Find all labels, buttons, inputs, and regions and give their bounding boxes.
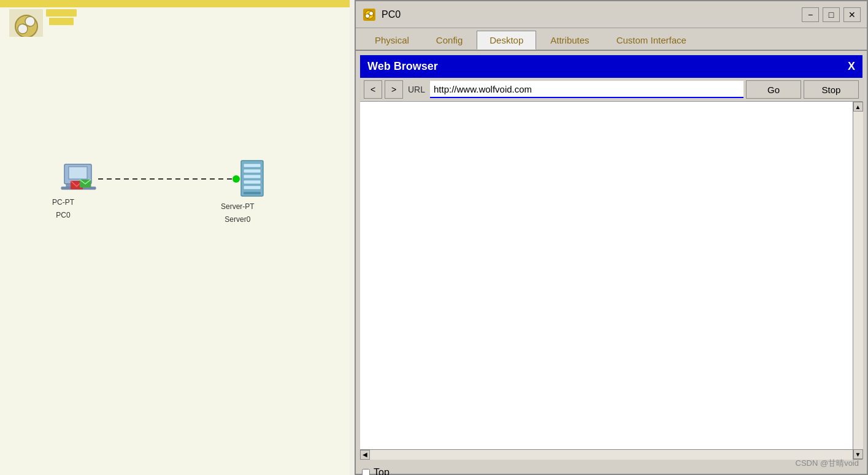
svg-rect-20 — [244, 186, 261, 189]
browser-main: ▲ ▼ — [360, 102, 862, 449]
close-button[interactable]: ✕ — [843, 7, 861, 22]
svg-rect-10 — [69, 167, 87, 179]
checkbox-area: Top — [362, 467, 390, 475]
topology-svg — [0, 0, 350, 463]
maximize-button[interactable]: □ — [823, 7, 840, 22]
url-label: URL — [408, 85, 425, 94]
svg-rect-19 — [244, 180, 261, 184]
tab-physical[interactable]: Physical — [362, 31, 422, 50]
dialog-content: Web Browser X < > URL Go Stop ▲ ▼ — [359, 55, 863, 460]
pc0-title-icon — [362, 7, 377, 22]
back-button[interactable]: < — [364, 80, 382, 99]
horizontal-scrollbar[interactable]: ◀ ▶ — [360, 449, 862, 459]
url-bar: < > URL Go Stop — [360, 78, 862, 102]
pc0-dialog: PC0 − □ ✕ Physical Config Desktop Attrib… — [355, 0, 868, 475]
tab-desktop[interactable]: Desktop — [477, 31, 536, 50]
browser-area: ▲ ▼ ◀ ▶ — [360, 102, 862, 459]
tab-custom-interface[interactable]: Custom Interface — [604, 31, 699, 50]
svg-rect-18 — [244, 175, 261, 178]
browser-title: Web Browser — [367, 60, 438, 73]
minimize-button[interactable]: − — [802, 7, 819, 22]
tab-bar: Physical Config Desktop Attributes Custo… — [356, 28, 867, 51]
network-canvas: PC-PT PC0 Server-PT Server0 — [0, 0, 350, 475]
top-checkbox[interactable] — [362, 469, 370, 476]
dialog-titlebar: PC0 − □ ✕ — [356, 1, 867, 28]
browser-content — [360, 102, 862, 449]
svg-point-8 — [232, 175, 240, 183]
top-label: Top — [374, 467, 390, 475]
dialog-bottom: Top — [356, 463, 867, 475]
pc-label: PC-PT PC0 — [52, 195, 74, 221]
dialog-title-text: PC0 — [382, 9, 401, 20]
browser-titlebar: Web Browser X — [360, 55, 862, 78]
tab-attributes[interactable]: Attributes — [537, 31, 602, 50]
go-button[interactable]: Go — [746, 80, 801, 99]
scroll-left-arrow[interactable]: ◀ — [360, 450, 370, 460]
svg-rect-21 — [244, 192, 261, 194]
tab-config[interactable]: Config — [423, 31, 475, 50]
watermark: CSDN @甘晴void — [796, 458, 859, 469]
scroll-track-h — [370, 450, 853, 460]
url-input[interactable] — [430, 81, 743, 98]
server-label: Server-PT Server0 — [221, 199, 255, 225]
forward-button[interactable]: > — [385, 80, 403, 99]
svg-rect-17 — [244, 169, 261, 173]
svg-rect-16 — [244, 164, 261, 167]
dialog-title: PC0 — [362, 7, 401, 22]
stop-button[interactable]: Stop — [804, 80, 859, 99]
titlebar-buttons: − □ ✕ — [802, 7, 861, 22]
browser-close-button[interactable]: X — [848, 60, 855, 73]
scroll-up-arrow[interactable]: ▲ — [853, 102, 863, 112]
vertical-scrollbar[interactable]: ▲ ▼ — [853, 102, 862, 459]
scroll-track-v — [853, 112, 863, 449]
